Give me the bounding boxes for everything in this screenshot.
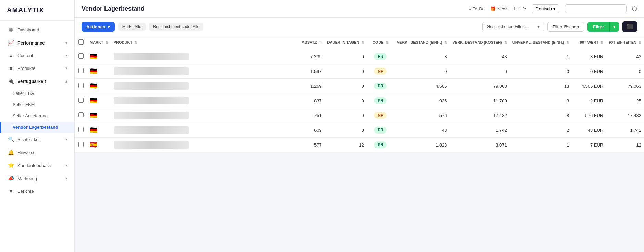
row-markt: 🇪🇸: [87, 138, 111, 152]
row-checkbox[interactable]: [78, 83, 84, 88]
row-checkbox[interactable]: [78, 98, 84, 103]
sidebar-item-marketing[interactable]: 📣 Marketing ▾: [0, 172, 74, 185]
berichte-icon: ≡: [8, 188, 14, 194]
row-checkbox[interactable]: [78, 68, 84, 73]
select-all-checkbox-col[interactable]: [75, 36, 87, 49]
sidebar-item-berichte[interactable]: ≡ Berichte: [0, 185, 74, 198]
chevron-down-icon: ▾: [65, 137, 67, 142]
page-title: Vendor Lagerbestand: [82, 5, 460, 12]
filter-apply-button[interactable]: Filter: [587, 22, 609, 32]
row-dauer: 12: [324, 138, 367, 152]
inventory-table: MARKT ⇅ PRODUKT ⇅ ABSATZ ⇅ DAUER IN TAGE…: [75, 36, 644, 152]
row-90t-einh: 12: [606, 138, 644, 152]
table-row: 🇩🇪 609 0 PR 43 1.742 2 43 EUR 1.742: [75, 123, 644, 138]
col-header-markt[interactable]: MARKT ⇅: [87, 36, 111, 49]
code-badge: PR: [374, 141, 387, 148]
col-header-absatz[interactable]: ABSATZ ⇅: [297, 36, 324, 49]
row-unverk: 0: [510, 64, 572, 79]
col-header-dauer[interactable]: DAUER IN TAGEN ⇅: [324, 36, 367, 49]
country-flag: 🇩🇪: [90, 68, 97, 75]
table-row: 🇩🇪 7.235 0 PR 3 43 1 3 EUR 43: [75, 49, 644, 64]
language-selector[interactable]: Deutsch ▾: [532, 4, 559, 13]
col-header-unverk[interactable]: UNVERKL. BESTAND (EINH.) ⇅: [510, 36, 572, 49]
aktionen-button[interactable]: Aktionen ▾: [82, 22, 115, 32]
row-checkbox-cell[interactable]: [75, 123, 87, 138]
select-all-checkbox[interactable]: [78, 39, 84, 45]
table-row: 🇩🇪 751 0 NP 576 17.482 8 576 EUR 17.482: [75, 108, 644, 123]
sidebar-item-kundenfeedback[interactable]: ⭐ Kundenfeedback ▾: [0, 159, 74, 172]
col-header-90t-wert[interactable]: 90T WERT ⇅: [572, 36, 606, 49]
hilfe-link[interactable]: ℹ Hilfe: [514, 6, 526, 11]
product-name-blurred: [114, 112, 189, 119]
external-link-icon[interactable]: ⬡: [632, 5, 637, 12]
todo-icon: ≡: [468, 6, 471, 11]
filter-clear-button[interactable]: Filter löschen: [547, 22, 584, 32]
saved-filter-dropdown[interactable]: Gespeicherten Filter ... ▾: [482, 22, 544, 32]
chevron-up-icon: ▴: [65, 79, 67, 84]
hilfe-label: Hilfe: [517, 6, 526, 11]
col-header-verk-einh[interactable]: VERK.. BESTAND (EINH.) ⇅: [394, 36, 450, 49]
row-checkbox-cell[interactable]: [75, 49, 87, 64]
row-code: PR: [367, 93, 394, 108]
row-checkbox-cell[interactable]: [75, 79, 87, 93]
row-checkbox-cell[interactable]: [75, 108, 87, 123]
sidebar-item-verfugbarkeit[interactable]: 🔌 Verfügbarkeit ▴: [0, 75, 74, 88]
sidebar-sub-label: Seller FBA: [13, 91, 34, 96]
sidebar-sub-label: Seller Anlieferung: [13, 113, 48, 118]
download-button[interactable]: ⬛: [622, 21, 637, 32]
row-checkbox[interactable]: [78, 112, 84, 117]
chevron-down-icon: ▾: [65, 53, 67, 58]
row-checkbox[interactable]: [78, 127, 84, 132]
markt-filter[interactable]: Markt: Alle: [118, 23, 146, 31]
col-header-produkt[interactable]: PRODUKT ⇅: [111, 36, 297, 49]
row-90t-einh: 79.063: [606, 79, 644, 93]
row-absatz: 837: [297, 93, 324, 108]
table-row: 🇩🇪 1.269 0 PR 4.505 79.063 13 4.505 EUR …: [75, 79, 644, 93]
row-verk-kost: 79.063: [450, 79, 510, 93]
row-absatz: 577: [297, 138, 324, 152]
sidebar-item-content[interactable]: ≡ Content ▾: [0, 49, 74, 62]
row-code: PR: [367, 123, 394, 138]
sidebar-item-vendor-lagerbestand[interactable]: Vendor Lagerbestand: [0, 122, 74, 133]
replenishment-filter[interactable]: Replenishment code: Alle: [149, 23, 203, 31]
product-name-blurred: [114, 97, 189, 104]
row-unverk: 1: [510, 138, 572, 152]
aktionen-label: Aktionen: [86, 24, 106, 29]
sidebar-item-seller-fba[interactable]: Seller FBA: [0, 88, 74, 99]
sidebar-item-seller-anlieferung[interactable]: Seller Anlieferung: [0, 110, 74, 122]
col-header-verk-kost[interactable]: VERK. BESTAND (KOSTEN) ⇅: [450, 36, 510, 49]
row-dauer: 0: [324, 123, 367, 138]
sidebar-item-sichtbarkeit[interactable]: 🔍 Sichtbarkeit ▾: [0, 133, 74, 146]
row-90t-wert: 43 EUR: [572, 123, 606, 138]
filter-apply-dropdown-button[interactable]: ▾: [609, 22, 619, 32]
row-checkbox[interactable]: [78, 142, 84, 147]
row-dauer: 0: [324, 64, 367, 79]
row-verk-einh: 576: [394, 108, 450, 123]
table-body: 🇩🇪 7.235 0 PR 3 43 1 3 EUR 43 🇩🇪 1.597 0…: [75, 49, 644, 152]
col-header-code[interactable]: CODE ⇅: [367, 36, 394, 49]
todo-link[interactable]: ≡ To-Do: [468, 6, 484, 11]
row-checkbox[interactable]: [78, 53, 84, 59]
col-header-90t-einh[interactable]: 90T EINHEITEN ⇅: [606, 36, 644, 49]
hinweise-icon: 🔔: [8, 149, 14, 155]
row-verk-kost: 1.742: [450, 123, 510, 138]
news-link[interactable]: 🎁 News: [490, 6, 509, 11]
row-checkbox-cell[interactable]: [75, 93, 87, 108]
row-checkbox-cell[interactable]: [75, 64, 87, 79]
table-row: 🇪🇸 577 12 PR 1.828 3.071 1 7 EUR 12: [75, 138, 644, 152]
main-area: Vendor Lagerbestand ≡ To-Do 🎁 News ℹ Hil…: [75, 0, 644, 252]
code-badge: NP: [374, 112, 387, 119]
sidebar-item-produkte[interactable]: ≡ Produkte ▾: [0, 62, 74, 75]
country-flag: 🇩🇪: [90, 97, 97, 104]
search-input[interactable]: [565, 4, 627, 13]
row-code: PR: [367, 49, 394, 64]
row-checkbox-cell[interactable]: [75, 138, 87, 152]
sidebar-sub-label: Seller FBM: [13, 102, 35, 107]
chevron-down-icon: ▾: [65, 163, 67, 168]
sort-icon: ⇅: [444, 41, 447, 45]
sidebar-item-hinweise[interactable]: 🔔 Hinweise: [0, 146, 74, 159]
chevron-down-icon: ▾: [537, 24, 540, 29]
sidebar-item-dashboard[interactable]: ▦ Dashboard: [0, 23, 74, 36]
sidebar-item-seller-fbm[interactable]: Seller FBM: [0, 99, 74, 110]
sidebar-item-performance[interactable]: 📈 Performance ▾: [0, 36, 74, 49]
